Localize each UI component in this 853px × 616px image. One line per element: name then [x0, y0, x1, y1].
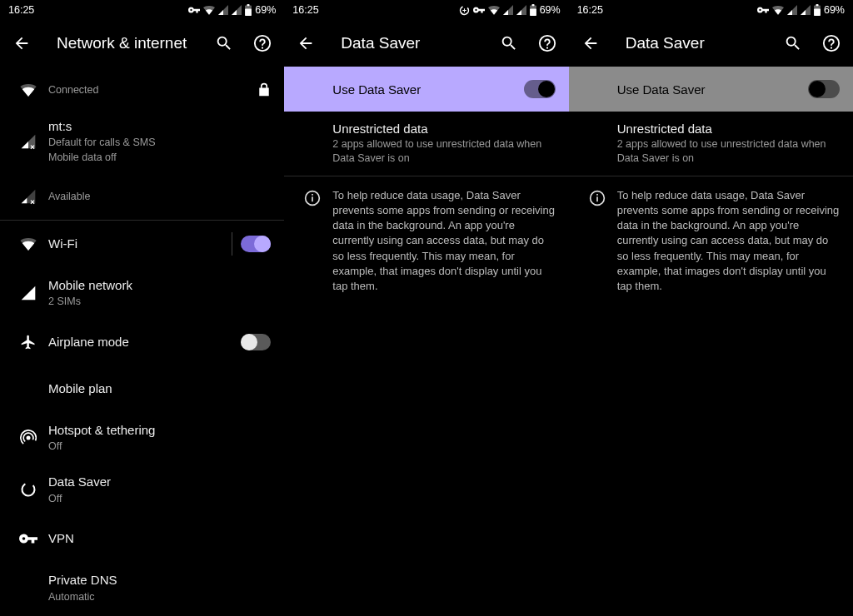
signal-2-icon — [801, 5, 811, 15]
svg-rect-2 — [247, 4, 250, 6]
app-bar: Data Saver — [284, 20, 568, 67]
battery-icon — [245, 4, 252, 16]
info-row: To help reduce data usage, Data Saver pr… — [569, 176, 853, 306]
pane-data-saver-on: 16:25 69% Data Saver Use Data Saver Unre… — [284, 0, 568, 616]
signal-x-icon — [20, 188, 37, 205]
signal-2-icon — [516, 5, 526, 15]
help-icon — [253, 34, 272, 52]
signal-1-icon — [787, 5, 797, 15]
app-bar: Network & internet — [0, 20, 284, 67]
battery-icon — [814, 4, 821, 16]
help-button[interactable] — [815, 27, 848, 60]
signal-2-icon — [232, 5, 242, 15]
wifi-icon — [20, 83, 37, 97]
data-saver-row[interactable]: Data Saver Off — [0, 464, 284, 515]
sim1-row[interactable]: mt:s Default for calls & SMS Mobile data… — [0, 113, 284, 173]
arrow-back-icon — [581, 34, 600, 52]
unrestricted-row[interactable]: Unrestricted data 2 apps allowed to use … — [284, 112, 568, 176]
data-saver-status-icon — [459, 5, 470, 16]
info-text: To help reduce data usage, Data Saver pr… — [332, 188, 555, 294]
unrestricted-row[interactable]: Unrestricted data 2 apps allowed to use … — [569, 112, 853, 176]
settings-list: Connected mt:s Default for calls & SMS M… — [0, 67, 284, 614]
svg-rect-17 — [814, 8, 821, 16]
battery-icon — [530, 4, 536, 16]
arrow-back-icon — [297, 34, 315, 52]
status-battery: 69% — [255, 4, 276, 16]
use-data-saver-row[interactable]: Use Data Saver — [569, 67, 853, 112]
wifi-icon — [20, 237, 37, 251]
mobile-network-row[interactable]: Mobile network 2 SIMs — [0, 267, 284, 319]
help-button[interactable] — [246, 27, 279, 60]
page-title: Data Saver — [327, 34, 486, 52]
data-saver-sub: Off — [48, 492, 264, 506]
vpn-label: VPN — [48, 530, 264, 547]
vpn-row[interactable]: VPN — [0, 515, 284, 562]
use-data-saver-label: Use Data Saver — [332, 82, 523, 97]
mobile-network-sub: 2 SIMs — [48, 295, 264, 309]
mobile-plan-row[interactable]: Mobile plan — [0, 365, 284, 412]
mobile-plan-label: Mobile plan — [48, 380, 264, 397]
unrestricted-label: Unrestricted data — [617, 122, 840, 136]
pane-data-saver-off: 16:25 69% Data Saver Use Data Saver Unre… — [569, 0, 853, 616]
svg-rect-22 — [596, 194, 598, 196]
signal-1-icon — [218, 5, 228, 15]
hotspot-icon — [20, 430, 37, 446]
unrestricted-label: Unrestricted data — [332, 122, 555, 136]
svg-rect-14 — [312, 196, 313, 201]
search-button[interactable] — [492, 27, 526, 60]
data-saver-toggle[interactable] — [808, 80, 840, 98]
sim1-line1: Default for calls & SMS — [48, 136, 264, 150]
search-button[interactable] — [776, 27, 810, 60]
wifi-toggle[interactable] — [241, 236, 271, 252]
svg-rect-11 — [531, 4, 534, 6]
wifi-icon — [203, 5, 215, 15]
svg-rect-18 — [816, 4, 818, 6]
data-saver-icon — [20, 481, 37, 498]
back-button[interactable] — [289, 27, 322, 60]
hotspot-sub: Off — [48, 440, 264, 454]
search-button[interactable] — [207, 27, 241, 60]
status-battery: 69% — [540, 4, 561, 16]
sim2-row[interactable]: Available — [0, 173, 284, 220]
hotspot-row[interactable]: Hotspot & tethering Off — [0, 412, 284, 464]
hotspot-label: Hotspot & tethering — [48, 422, 264, 439]
wifi-icon — [772, 5, 784, 15]
private-dns-row[interactable]: Private DNS Automatic — [0, 562, 284, 614]
info-icon — [304, 190, 321, 206]
signal-1-icon — [503, 5, 513, 15]
status-bar: 16:25 69% — [284, 0, 568, 20]
unrestricted-sub: 2 apps allowed to use unrestricted data … — [617, 137, 840, 166]
help-button[interactable] — [531, 27, 564, 60]
search-icon — [500, 34, 518, 52]
status-icons: 69% — [188, 4, 276, 16]
svg-rect-10 — [530, 8, 536, 16]
status-icons: 69% — [459, 4, 561, 16]
info-icon — [589, 190, 606, 206]
status-bar: 16:25 69% — [569, 0, 853, 20]
wifi-status-row[interactable]: Connected — [0, 67, 284, 113]
status-time: 16:25 — [577, 4, 603, 16]
svg-point-4 — [27, 436, 31, 440]
data-saver-label: Data Saver — [48, 474, 264, 490]
vpn-key-icon — [757, 7, 769, 13]
unrestricted-sub: 2 apps allowed to use unrestricted data … — [332, 137, 555, 166]
sim1-name: mt:s — [48, 118, 264, 135]
back-button[interactable] — [574, 27, 607, 60]
vpn-key-icon — [473, 7, 485, 13]
airplane-icon — [20, 334, 37, 350]
help-icon — [822, 34, 841, 52]
data-saver-toggle[interactable] — [524, 80, 556, 98]
arrow-back-icon — [12, 34, 31, 52]
divider-vertical — [232, 232, 232, 256]
page-title: Data Saver — [612, 34, 771, 52]
use-data-saver-row[interactable]: Use Data Saver — [284, 67, 568, 112]
airplane-label: Airplane mode — [48, 334, 234, 350]
svg-rect-15 — [312, 194, 313, 196]
sim1-line2: Mobile data off — [48, 151, 264, 165]
vpn-key-icon — [188, 7, 200, 13]
back-button[interactable] — [5, 27, 38, 60]
airplane-toggle[interactable] — [241, 334, 271, 350]
svg-rect-21 — [596, 196, 598, 201]
airplane-row[interactable]: Airplane mode — [0, 319, 284, 365]
wifi-row[interactable]: Wi-Fi — [0, 221, 284, 267]
